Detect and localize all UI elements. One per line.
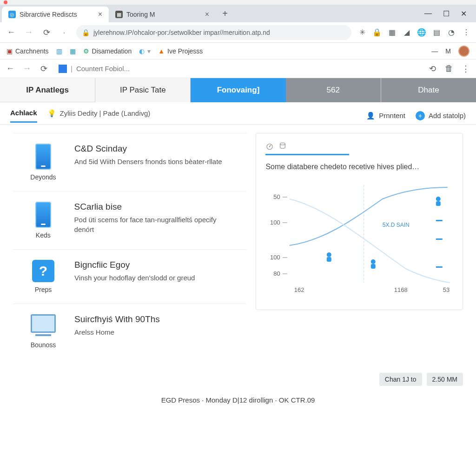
bookmark-item[interactable]: ▣ Carchnents	[7, 47, 49, 55]
profile-letter[interactable]: M	[445, 47, 451, 55]
grid-extension-icon[interactable]: ▦	[388, 28, 396, 37]
phone-icon	[35, 144, 51, 170]
list-item[interactable]: Keds SCarlia bise Pod üti scems for face…	[13, 192, 246, 250]
svg-point-10	[371, 259, 376, 264]
gear-icon: ⚙	[83, 47, 89, 55]
main-content: Deyonds C&D Scinday And 5id Wiith Denser…	[0, 125, 476, 367]
action-prnntent[interactable]: 👤 Prnntent	[366, 112, 405, 120]
y-tick-label: 80	[274, 270, 280, 277]
phone-icon	[35, 202, 51, 228]
timer-icon[interactable]: ◔	[447, 28, 456, 37]
window-minimize-icon[interactable]: —	[431, 47, 438, 55]
pager-left[interactable]: Chan 1J to	[379, 373, 422, 386]
bookmark-icon: ▣	[7, 47, 13, 55]
sync-icon[interactable]: ⟲	[427, 63, 438, 74]
bookmarks-bar: ▣ Carchnents ▥ ▦ ⚙ Disamedation ◐▾ ▲ Ive…	[0, 43, 476, 60]
cards-list: Deyonds C&D Scinday And 5id Wiith Denser…	[13, 133, 246, 359]
y-tick-label: 100	[271, 254, 281, 261]
card-icon-label: Preps	[35, 286, 52, 293]
person-icon: 👤	[366, 112, 375, 120]
tab-ip-anatlegs[interactable]: IP Anatlegs	[0, 78, 95, 102]
list-item[interactable]: Bounoss Suircfhyiś With 90Ths Arelss Hom…	[13, 304, 246, 359]
new-tab-button[interactable]: +	[218, 7, 231, 20]
tab-title: Tooring M	[126, 11, 155, 18]
extension-icon[interactable]: ✳	[358, 28, 366, 37]
forward-button[interactable]: →	[23, 27, 34, 38]
lock-icon: 🔒	[82, 29, 90, 36]
bookmark-item[interactable]: ⚙ Disamedation	[83, 47, 132, 55]
reload-button[interactable]: ⟳	[41, 27, 52, 38]
window-buttons: — ☐ ✕	[424, 9, 476, 18]
sub-tab-achlack[interactable]: Achlack	[10, 109, 37, 123]
x-tick-label: 1168	[394, 286, 408, 293]
status-text: EGD Presos · Monday D|12 dirollign · OK …	[161, 396, 315, 404]
url-text: jylerehnow.IP/ohcalor-por:/setwolkber im…	[93, 29, 270, 36]
status-bar: EGD Presos · Monday D|12 dirollign · OK …	[0, 391, 476, 409]
lock-extension-icon[interactable]: 🔒	[373, 28, 381, 37]
chart-area: 50 100 100 80 5X.D SAIN	[265, 180, 453, 301]
inner-forward-button[interactable]: →	[21, 63, 33, 74]
bookmark-label: Carchnents	[15, 47, 49, 55]
bookmark-item[interactable]: ◐▾	[139, 47, 151, 55]
svg-point-8	[327, 252, 331, 257]
card-title: Bigncfiic Egoy	[74, 260, 195, 270]
svg-rect-16	[436, 266, 443, 268]
inner-search-text: Countert Fobiol...	[76, 65, 130, 73]
list-item[interactable]: ? Preps Bigncfiic Egoy Vinsh your hodofl…	[13, 250, 246, 304]
svg-rect-9	[327, 257, 331, 262]
tab-562[interactable]: 562	[286, 78, 381, 102]
svg-rect-15	[436, 238, 443, 240]
home-button[interactable]: ·	[59, 27, 70, 38]
sub-tab-landing[interactable]: 💡 Zyliis Dedity | Pade (Landivg)	[47, 109, 151, 122]
tab-title: Sibrarctive Rediscts	[20, 11, 77, 18]
pager-bar: Chan 1J to 2.50 MM	[0, 367, 476, 391]
database-icon	[278, 142, 287, 150]
bookmark-item[interactable]: ▥	[56, 47, 62, 55]
svg-rect-14	[436, 220, 443, 221]
list-item[interactable]: Deyonds C&D Scinday And 5id Wiith Denser…	[13, 133, 246, 192]
tab-dhate[interactable]: Dhate	[381, 78, 476, 102]
inner-search-input[interactable]: | Countert Fobiol...	[55, 62, 421, 76]
card-title: Suircfhyiś With 90Ths	[74, 314, 160, 324]
close-window-icon[interactable]: ✕	[461, 9, 467, 18]
card-title: SCarlia bise	[74, 202, 238, 212]
card-desc: Pod üti scems for face tan-nugrallfieltś…	[74, 215, 238, 234]
url-input[interactable]: 🔒 jylerehnow.IP/ohcalor-por:/setwolkber …	[76, 25, 351, 40]
bookmark-item[interactable]: ▦	[70, 47, 76, 55]
app-icon	[59, 65, 67, 73]
action-add-statolp[interactable]: + Add statolp)	[416, 111, 466, 120]
tab-ip-pasic-tate[interactable]: IP Pasic Tate	[95, 78, 191, 102]
card-desc: Vinsh your hodoflay den'slodd or greud	[74, 273, 195, 283]
y-tick-label: 50	[274, 193, 280, 200]
globe-icon[interactable]: 🌐	[417, 28, 426, 37]
back-button[interactable]: ←	[6, 27, 17, 38]
bookmark-item[interactable]: ▲ Ive Projesss	[158, 47, 203, 55]
maximize-icon[interactable]: ☐	[443, 9, 450, 18]
close-window-dot[interactable]	[4, 0, 7, 4]
svg-point-2	[280, 143, 285, 145]
sub-tabs: Achlack 💡 Zyliis Dedity | Pade (Landivg)…	[0, 102, 476, 125]
bookmark-icon: ▥	[56, 47, 62, 55]
card-desc: Arelss Home	[74, 327, 160, 337]
send-icon[interactable]: ◢	[403, 28, 411, 37]
menu-icon[interactable]: ⋮	[462, 28, 470, 37]
card-icon-label: Deyonds	[30, 173, 56, 181]
browser-tab-1[interactable]: ◎ Sibrarctive Rediscts ×	[2, 7, 109, 22]
profile-avatar[interactable]	[458, 46, 469, 57]
pager-right[interactable]: 2.50 MM	[427, 373, 463, 386]
page-icon[interactable]: ▤	[432, 28, 441, 37]
window-traffic-lights	[0, 0, 476, 5]
gauge-icon	[265, 142, 274, 150]
inner-back-button[interactable]: ←	[5, 63, 16, 74]
main-tabs: IP Anatlegs IP Pasic Tate Fonovaing] 562…	[0, 78, 476, 102]
inner-menu-icon[interactable]: ⋮	[460, 63, 471, 74]
delete-icon[interactable]: 🗑	[443, 63, 455, 74]
tab-favicon: ◎	[8, 11, 16, 18]
tab-favicon: ▦	[115, 11, 123, 18]
close-tab-icon[interactable]: ×	[205, 10, 209, 19]
tab-fonovaing[interactable]: Fonovaing]	[191, 78, 285, 102]
inner-reload-button[interactable]: ⟳	[38, 63, 49, 74]
browser-tab-2[interactable]: ▦ Tooring M ×	[109, 7, 216, 22]
close-tab-icon[interactable]: ×	[98, 10, 102, 19]
minimize-icon[interactable]: —	[424, 9, 432, 18]
